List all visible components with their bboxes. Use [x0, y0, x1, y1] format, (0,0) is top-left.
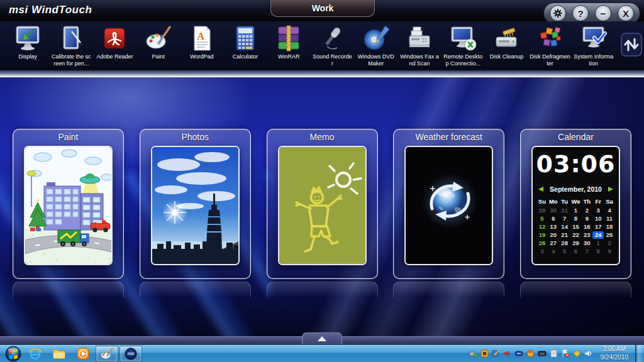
toolbar-item-remote-desktop[interactable]: Remote Deskto p Connectio...: [441, 23, 484, 67]
calendar-day[interactable]: 15: [570, 223, 582, 231]
calendar-day[interactable]: 3: [536, 248, 548, 255]
calendar-day[interactable]: 7: [559, 215, 570, 222]
close-button[interactable]: X: [618, 5, 634, 21]
toolbar-item-disk-cleanup[interactable]: Disk Cleanup: [485, 23, 528, 60]
notes-icon[interactable]: [550, 349, 558, 358]
calendar-day[interactable]: 8: [570, 215, 582, 222]
calendar-day[interactable]: 18: [604, 223, 615, 231]
start-button[interactable]: [3, 346, 23, 362]
card-photos[interactable]: Photos: [140, 129, 251, 279]
calendar-day[interactable]: 1: [570, 207, 582, 214]
msi-tray-icon[interactable]: [514, 349, 523, 358]
calendar-day[interactable]: 10: [592, 215, 604, 222]
security-icon[interactable]: [526, 349, 535, 358]
calendar-day[interactable]: 6: [570, 248, 582, 255]
card-calendar[interactable]: Calendar 03:06 September, 2010 Su Mo Tu: [520, 129, 631, 279]
calendar-day[interactable]: 4: [604, 207, 615, 214]
toolbar-item-disk-defragmenter[interactable]: Disk Defragmen ter: [529, 23, 572, 67]
windtouch-screen: msi WindTouch Work ? − X Display Calibra…: [0, 0, 644, 362]
calendar-day[interactable]: 11: [604, 215, 615, 222]
toolbar-item-dvd-maker[interactable]: Windows DVD Maker: [355, 23, 397, 67]
show-desktop-button[interactable]: [635, 345, 642, 362]
taskbar-clock[interactable]: 3:06 AM 9/24/2010: [601, 346, 629, 361]
tab-work[interactable]: Work: [270, 0, 375, 17]
volume-icon[interactable]: [584, 349, 592, 358]
update-icon[interactable]: [573, 349, 581, 358]
calendar-day[interactable]: 23: [581, 231, 592, 239]
card-paint[interactable]: Paint: [13, 129, 124, 279]
calendar-day[interactable]: 17: [592, 223, 604, 231]
calendar-day[interactable]: 7: [581, 248, 592, 255]
windows-media-player-button[interactable]: [72, 346, 94, 362]
app-orange-icon[interactable]: [480, 349, 489, 358]
calendar-day[interactable]: 31: [559, 207, 570, 214]
calendar-day[interactable]: 5: [536, 215, 548, 222]
calendar-day[interactable]: 9: [581, 215, 592, 222]
action-center-flag-icon[interactable]: [561, 349, 570, 358]
paint-icon: [144, 23, 173, 53]
toolbar-item-fax-scan[interactable]: Windows Fax a nd Scan: [398, 23, 441, 67]
toolbar-item-label: Paint: [152, 53, 165, 60]
calendar-day-selected[interactable]: 24: [592, 231, 604, 239]
msi-windtouch-taskbar-button[interactable]: msi: [119, 346, 142, 362]
calendar-day[interactable]: 1: [592, 239, 604, 247]
toolbar-item-sound-recorder[interactable]: Sound Recorde r: [311, 23, 354, 67]
display-icon: [13, 23, 42, 53]
calendar-day[interactable]: 5: [559, 248, 570, 255]
toolbar-item-winrar[interactable]: WinRAR: [267, 23, 310, 60]
toolbar-item-wordpad[interactable]: A WordPad: [180, 23, 223, 60]
calendar-day[interactable]: 13: [548, 223, 559, 231]
calendar-day[interactable]: 14: [559, 223, 570, 231]
calendar-day[interactable]: 19: [536, 231, 548, 239]
pen-input-icon[interactable]: [492, 349, 500, 358]
calendar-day[interactable]: 25: [604, 231, 615, 239]
calendar-day[interactable]: 2: [581, 207, 592, 214]
cycle-apps-button[interactable]: [621, 32, 642, 57]
calendar-day[interactable]: 2: [604, 239, 615, 247]
paint-taskbar-button[interactable]: [96, 346, 118, 362]
card-memo[interactable]: Memo: [267, 129, 378, 279]
title-bar: msi WindTouch Work ? − X: [0, 0, 644, 21]
prev-month-icon[interactable]: [538, 187, 543, 192]
calendar-day[interactable]: 20: [548, 231, 559, 239]
toolbar-item-calculator[interactable]: Calculator: [224, 23, 267, 60]
toolbar-item-system-information[interactable]: System Informa tion: [572, 23, 615, 67]
toolbar-item-calibrate-screen[interactable]: Calibrate the sc reen for pen...: [50, 23, 92, 67]
keyboard-icon[interactable]: [538, 349, 547, 358]
toolbar-item-adobe-reader[interactable]: Adobe Reader: [93, 23, 136, 60]
dvd-maker-icon: [362, 23, 391, 53]
up-arrow-icon: [318, 336, 326, 341]
minimize-button[interactable]: −: [595, 5, 611, 21]
calendar-day[interactable]: 4: [548, 248, 559, 255]
help-button[interactable]: ?: [572, 5, 589, 21]
calendar-day[interactable]: 8: [592, 248, 604, 255]
next-month-icon[interactable]: [608, 187, 613, 192]
toolbar-item-label: Display: [18, 53, 37, 60]
memo-preview: [278, 146, 367, 265]
calendar-day[interactable]: 16: [581, 223, 592, 231]
calendar-day[interactable]: 12: [536, 223, 548, 231]
calendar-day[interactable]: 29: [536, 207, 548, 214]
calendar-day[interactable]: 22: [570, 231, 582, 239]
calendar-day[interactable]: 30: [548, 207, 559, 214]
settings-button[interactable]: [550, 5, 566, 21]
calendar-day[interactable]: 21: [559, 231, 570, 239]
toolbar-item-paint[interactable]: Paint: [137, 23, 180, 60]
calendar-day[interactable]: 30: [581, 239, 592, 247]
dock-pull-tab[interactable]: [302, 332, 342, 344]
usb-eject-icon[interactable]: [469, 349, 477, 358]
calendar-day[interactable]: 28: [559, 239, 570, 247]
windows-explorer-button[interactable]: [48, 346, 70, 362]
calendar-day[interactable]: 27: [548, 239, 559, 247]
red-speaker-icon[interactable]: [503, 349, 511, 358]
calendar-day[interactable]: 9: [604, 248, 615, 255]
calculator-icon: [231, 23, 260, 53]
calendar-day[interactable]: 26: [536, 239, 548, 247]
calendar-day[interactable]: 3: [592, 207, 604, 214]
calendar-day[interactable]: 6: [548, 215, 559, 222]
toolbar-item-display[interactable]: Display: [6, 23, 49, 60]
calendar-day[interactable]: 29: [570, 239, 582, 247]
card-weather[interactable]: Weather forecast: [393, 129, 504, 279]
calendar-dow: Mo: [548, 198, 559, 205]
internet-explorer-button[interactable]: [24, 346, 47, 362]
